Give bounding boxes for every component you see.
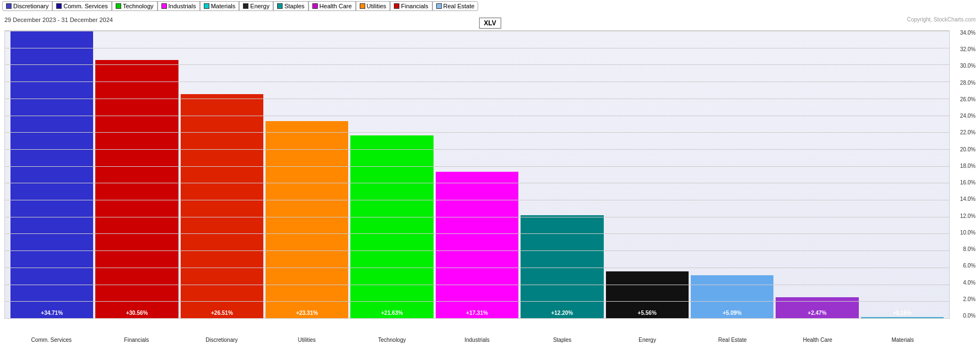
bar-value-financials: +30.56% — [95, 310, 178, 316]
x-label-financials: Financials — [95, 337, 178, 343]
xlv-label: XLV — [479, 18, 501, 29]
legend-item-materials[interactable]: Materials — [200, 1, 240, 11]
bar-column-health_care: +2.47% — [776, 31, 858, 318]
bar-staples[interactable]: +12.20% — [521, 215, 603, 318]
legend-label-industrials: Industrials — [169, 3, 196, 9]
legend-swatch-technology — [116, 3, 121, 9]
legend-swatch-staples — [277, 3, 283, 9]
y-tick: 8.0% — [963, 247, 976, 252]
legend-item-industrials[interactable]: Industrials — [158, 1, 200, 11]
legend-swatch-materials — [204, 3, 209, 9]
x-label-materials: Materials — [861, 337, 944, 343]
legend-item-discretionary[interactable]: Discretionary — [2, 1, 52, 11]
bar-value-comm_services: +34.71% — [10, 310, 93, 316]
legend-label-technology: Technology — [123, 3, 154, 9]
legend-item-utilities[interactable]: Utilities — [356, 1, 390, 11]
y-tick: 26.0% — [960, 97, 976, 102]
bar-comm_services[interactable]: +34.71% — [10, 31, 93, 318]
grid-line — [5, 64, 949, 65]
legend-item-comm_services[interactable]: Comm. Services — [52, 1, 112, 11]
x-label-energy: Energy — [606, 337, 689, 343]
y-tick: 12.0% — [960, 214, 976, 219]
y-tick: 28.0% — [960, 80, 976, 86]
bar-column-financials: +30.56% — [95, 31, 178, 318]
grid-line — [5, 99, 949, 99]
y-axis: 34.0%32.0%30.0%28.0%26.0%24.0%22.0%20.0%… — [951, 30, 976, 319]
chart-container: DiscretionaryComm. ServicesTechnologyInd… — [0, 0, 980, 349]
bar-column-materials: +0.15% — [861, 31, 944, 318]
grid-line — [5, 250, 949, 251]
y-tick: 30.0% — [960, 63, 976, 69]
y-tick: 20.0% — [960, 147, 976, 152]
x-label-technology: Technology — [350, 337, 434, 343]
grid-line — [5, 166, 949, 167]
x-labels: Comm. ServicesFinancialsDiscretionaryUti… — [4, 337, 950, 343]
grid-line — [5, 285, 949, 285]
legend-item-financials[interactable]: Financials — [390, 1, 432, 11]
bar-value-discretionary: +26.51% — [181, 310, 263, 316]
grid-line — [5, 183, 949, 183]
bar-health_care[interactable]: +2.47% — [776, 297, 858, 318]
legend-swatch-real_estate — [436, 3, 442, 9]
grid-line — [5, 318, 949, 319]
bar-value-energy: +5.56% — [606, 310, 689, 316]
copyright-label: Copyright, StockCharts.com — [907, 17, 976, 23]
bar-real_estate[interactable]: +5.09% — [691, 275, 773, 318]
grid-line — [5, 233, 949, 234]
grid-line — [5, 48, 949, 48]
bar-value-utilities: +23.31% — [266, 310, 348, 316]
grid-line — [5, 268, 949, 268]
bar-column-industrials: +17.31% — [436, 31, 518, 318]
y-tick: 10.0% — [960, 230, 976, 236]
legend-item-health_care[interactable]: Health Care — [308, 1, 356, 11]
legend-swatch-health_care — [312, 3, 318, 9]
x-label-discretionary: Discretionary — [180, 337, 263, 343]
y-tick: 18.0% — [960, 163, 976, 169]
legend-item-staples[interactable]: Staples — [273, 1, 308, 11]
x-label-comm_services: Comm. Services — [10, 337, 93, 343]
bar-value-staples: +12.20% — [521, 310, 603, 316]
legend-item-energy[interactable]: Energy — [239, 1, 273, 11]
bars-wrapper: +34.71%+30.56%+26.51%+23.31%+21.63%+17.3… — [5, 31, 949, 318]
legend-swatch-utilities — [360, 3, 365, 9]
legend-label-financials: Financials — [401, 3, 429, 9]
bar-value-industrials: +17.31% — [436, 310, 518, 316]
grid-line — [5, 81, 949, 82]
bar-column-staples: +12.20% — [521, 31, 603, 318]
bar-industrials[interactable]: +17.31% — [436, 172, 518, 318]
legend-swatch-energy — [243, 3, 248, 9]
x-label-staples: Staples — [521, 337, 604, 343]
legend-label-energy: Energy — [250, 3, 269, 9]
legend-item-technology[interactable]: Technology — [112, 1, 158, 11]
grid-line — [5, 132, 949, 133]
bar-technology[interactable]: +21.63% — [350, 135, 433, 318]
legend-item-real_estate[interactable]: Real Estate — [432, 1, 479, 11]
x-label-utilities: Utilities — [266, 337, 349, 343]
bar-column-comm_services: +34.71% — [10, 31, 93, 318]
bar-utilities[interactable]: +23.31% — [266, 121, 348, 318]
legend-swatch-financials — [394, 3, 399, 9]
x-label-industrials: Industrials — [436, 337, 519, 343]
bar-energy[interactable]: +5.56% — [606, 271, 689, 318]
bar-column-technology: +21.63% — [350, 31, 433, 318]
bar-column-utilities: +23.31% — [266, 31, 348, 318]
y-tick: 14.0% — [960, 197, 976, 202]
legend-label-real_estate: Real Estate — [443, 3, 475, 9]
legend-swatch-comm_services — [56, 3, 62, 9]
legend: DiscretionaryComm. ServicesTechnologyInd… — [0, 0, 480, 12]
legend-label-comm_services: Comm. Services — [63, 3, 108, 9]
legend-label-materials: Materials — [211, 3, 236, 9]
bar-value-health_care: +2.47% — [776, 310, 858, 316]
y-tick: 0.0% — [963, 313, 976, 319]
bars-area: +34.71%+30.56%+26.51%+23.31%+21.63%+17.3… — [4, 30, 950, 319]
grid-line — [5, 31, 949, 31]
y-tick: 16.0% — [960, 180, 976, 186]
y-tick: 34.0% — [960, 30, 976, 36]
y-tick: 32.0% — [960, 47, 976, 52]
legend-label-staples: Staples — [284, 3, 305, 9]
x-label-health_care: Health Care — [776, 337, 859, 343]
x-label-real_estate: Real Estate — [691, 337, 774, 343]
grid-line — [5, 200, 949, 200]
bar-column-real_estate: +5.09% — [691, 31, 773, 318]
legend-label-utilities: Utilities — [367, 3, 386, 9]
